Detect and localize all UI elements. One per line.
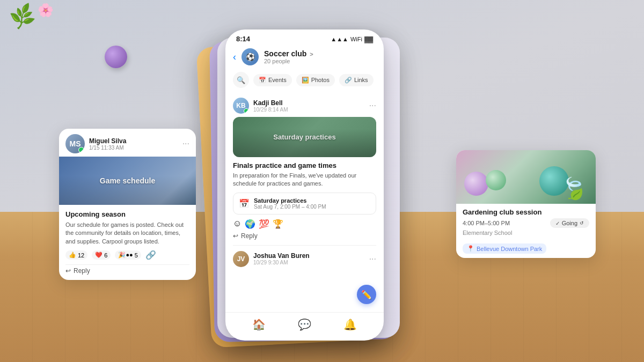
msg-image-kadji: Saturday practices [233, 117, 376, 157]
home-icon: 🏠 [252, 318, 266, 331]
recurrence-icon: ↺ [580, 220, 584, 226]
msg-image-label-kadji: Saturday practices [273, 133, 335, 141]
msg-name-kadji: Kadji Bell [253, 99, 288, 107]
purple-ball-decoration [105, 46, 127, 68]
phone-search-tabs: 🔍 📅 Events 🖼️ Photos 🔗 Links [225, 70, 384, 92]
card-left-image: Game schedule [59, 157, 196, 205]
location-tag[interactable]: 📍 Bellevue Downtown Park [463, 243, 546, 254]
reaction-count-1: 12 [78, 252, 84, 258]
tab-links[interactable]: 🔗 Links [339, 74, 374, 86]
reply-arrow-icon-left: ↩ [65, 267, 71, 275]
phone-header: ‹ ⚽ Soccer club > 20 people [225, 45, 384, 70]
going-badge[interactable]: ✓ Going ↺ [550, 218, 589, 228]
reaction-emoji-3[interactable]: 💯 [259, 219, 269, 229]
avatar-miguel: MS [65, 134, 85, 153]
reply-label-kadji: Reply [241, 232, 258, 240]
tab-photos[interactable]: 🖼️ Photos [296, 74, 335, 86]
user-name-miguel: Miguel Silva [89, 137, 126, 145]
message-item-joshua: JV Joshua Van Buren 10/29 9:30 AM ··· [225, 246, 384, 276]
card-right-title: Gardening club session [456, 204, 596, 218]
card-right-location: Elementary School [463, 230, 589, 236]
card-left-title: Upcoming season [65, 210, 189, 218]
going-check-icon: ✓ [555, 220, 560, 226]
tab-links-label: Links [354, 77, 368, 83]
msg-title-kadji: Finals practice and game times [233, 161, 376, 169]
reaction-party[interactable]: 🎉●● 5 [115, 250, 141, 260]
nav-home[interactable]: 🏠 [252, 318, 266, 331]
search-button[interactable]: 🔍 [233, 72, 249, 88]
card-left-image-text: Game schedule [100, 176, 156, 185]
reaction-thumbs[interactable]: 👍 12 [65, 250, 87, 260]
msg-name-joshua: Joshua Van Buren [253, 252, 310, 260]
tab-photos-label: Photos [311, 77, 330, 83]
right-card-gardening: 🍃 Gardening club session 4:00 PM–5:00 PM… [456, 150, 596, 258]
left-card: MS Miguel Silva 1/15 11:33 AM ··· Game s… [59, 129, 196, 280]
user-time-miguel: 1/15 11:33 AM [89, 145, 126, 151]
status-icons: ▲▲▲ WiFi ▓▓ [331, 36, 373, 42]
event-calendar-icon: 📅 [239, 198, 250, 209]
nav-notifications[interactable]: 🔔 [343, 318, 357, 331]
msg-header-joshua: JV Joshua Van Buren 10/29 9:30 AM ··· [233, 251, 376, 267]
event-date: Sat Aug 7, 2:00 PM – 4:00 PM [254, 204, 326, 210]
card-left-reactions: 👍 12 ❤️ 6 🎉●● 5 🔗 [65, 250, 189, 260]
avatar-joshua: JV [233, 251, 249, 267]
card-img-orb-2 [486, 170, 506, 190]
links-icon: 🔗 [345, 77, 352, 84]
wifi-icon: WiFi [350, 36, 362, 42]
card-right-time-row: 4:00 PM–5:00 PM ✓ Going ↺ [463, 218, 589, 228]
phone-messages: KB Kadji Bell 10/29 8:14 AM ··· Saturday… [225, 92, 384, 312]
phone-device: 8:14 ▲▲▲ WiFi ▓▓ ‹ ⚽ Soccer club > 20 pe… [225, 29, 384, 341]
msg-time-joshua: 10/29 9:30 AM [253, 260, 310, 265]
nav-chat[interactable]: 💬 [298, 318, 311, 331]
avatar-kadji: KB [233, 98, 249, 114]
reaction-emoji-4[interactable]: 🏆 [273, 219, 283, 229]
compose-icon: ✏️ [361, 290, 372, 300]
bell-icon: 🔔 [343, 318, 357, 331]
reply-button-kadji[interactable]: ↩ Reply [233, 232, 376, 240]
reply-arrow-icon-kadji: ↩ [233, 232, 238, 240]
group-info: Soccer club > 20 people [264, 49, 376, 64]
card-left-reply-button[interactable]: ↩ Reply [65, 264, 189, 275]
location-pin-icon: 📍 [467, 245, 474, 252]
card-right-details: 4:00 PM–5:00 PM ✓ Going ↺ Elementary Sch… [456, 218, 596, 241]
msg-time-kadji: 10/29 8:14 AM [253, 107, 288, 113]
card-right-footer: 📍 Bellevue Downtown Park [456, 241, 596, 258]
photos-icon: 🖼️ [302, 77, 309, 84]
card-right-image: 🍃 [456, 150, 596, 204]
reaction-count-2: 6 [104, 252, 107, 258]
back-button[interactable]: ‹ [233, 51, 236, 63]
plant-decoration [0, 0, 97, 43]
reply-label-left: Reply [74, 267, 90, 275]
msg-user-joshua: JV Joshua Van Buren 10/29 9:30 AM [233, 251, 310, 267]
compose-fab[interactable]: ✏️ [357, 285, 376, 304]
user-info-left: Miguel Silva 1/15 11:33 AM [89, 137, 126, 151]
battery-icon: ▓▓ [364, 36, 373, 42]
event-card-saturday[interactable]: 📅 Saturday practices Sat Aug 7, 2:00 PM … [233, 193, 376, 215]
card-left-header: MS Miguel Silva 1/15 11:33 AM ··· [59, 129, 196, 157]
dots-menu-kadji[interactable]: ··· [369, 101, 376, 110]
reaction-count-3: 5 [135, 252, 138, 258]
dots-menu-left[interactable]: ··· [182, 139, 189, 149]
msg-reactions-kadji: ☺️ 🌍 💯 🏆 [233, 219, 376, 229]
card-right-time-text: 4:00 PM–5:00 PM [463, 220, 510, 226]
msg-user-kadji: KB Kadji Bell 10/29 8:14 AM [233, 98, 288, 114]
reaction-heart[interactable]: ❤️ 6 [92, 250, 111, 260]
msg-body-kadji: In preparation for the Finals, we've upd… [233, 172, 376, 188]
message-item-kadji: KB Kadji Bell 10/29 8:14 AM ··· Saturday… [225, 92, 384, 245]
card-img-orb-1 [464, 172, 488, 196]
status-time: 8:14 [236, 35, 250, 43]
location-tag-text: Bellevue Downtown Park [477, 246, 542, 252]
status-bar: 8:14 ▲▲▲ WiFi ▓▓ [225, 29, 384, 45]
reaction-emoji-2[interactable]: 🌍 [245, 219, 255, 229]
group-name: Soccer club > [264, 49, 376, 58]
going-label: Going [562, 220, 577, 226]
group-members: 20 people [264, 58, 376, 64]
reaction-emoji-1[interactable]: ☺️ [233, 219, 241, 228]
card-left-user: MS Miguel Silva 1/15 11:33 AM [65, 134, 126, 153]
msg-header-kadji: KB Kadji Bell 10/29 8:14 AM ··· [233, 98, 376, 114]
group-avatar: ⚽ [241, 48, 259, 65]
dots-menu-joshua[interactable]: ··· [369, 254, 376, 264]
event-title: Saturday practices [254, 197, 326, 204]
card-left-body: Our schedule for games is posted. Check … [65, 221, 189, 246]
tab-events[interactable]: 📅 Events [253, 74, 292, 86]
